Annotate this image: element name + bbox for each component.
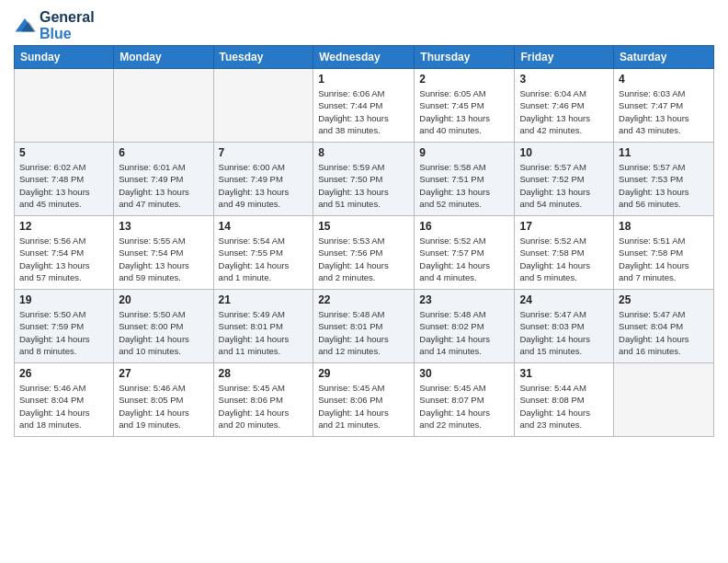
day-info: Sunrise: 5:45 AM Sunset: 8:06 PM Dayligh…: [219, 382, 309, 431]
calendar-cell: 25Sunrise: 5:47 AM Sunset: 8:04 PM Dayli…: [614, 290, 714, 363]
day-info: Sunrise: 5:46 AM Sunset: 8:05 PM Dayligh…: [119, 382, 208, 431]
logo-text-line2: Blue: [40, 26, 95, 42]
day-number: 27: [119, 367, 208, 380]
calendar-cell: 8Sunrise: 5:59 AM Sunset: 7:50 PM Daylig…: [313, 143, 415, 216]
day-info: Sunrise: 6:01 AM Sunset: 7:49 PM Dayligh…: [119, 161, 208, 210]
day-header-saturday: Saturday: [614, 46, 714, 69]
day-info: Sunrise: 5:59 AM Sunset: 7:50 PM Dayligh…: [318, 161, 409, 210]
day-info: Sunrise: 5:50 AM Sunset: 8:00 PM Dayligh…: [119, 308, 208, 357]
calendar-cell: 20Sunrise: 5:50 AM Sunset: 8:00 PM Dayli…: [114, 290, 213, 363]
calendar-cell: 19Sunrise: 5:50 AM Sunset: 7:59 PM Dayli…: [15, 290, 114, 363]
calendar-cell: 24Sunrise: 5:47 AM Sunset: 8:03 PM Dayli…: [515, 290, 614, 363]
calendar-week-row: 19Sunrise: 5:50 AM Sunset: 7:59 PM Dayli…: [15, 290, 714, 363]
calendar-cell: 13Sunrise: 5:55 AM Sunset: 7:54 PM Dayli…: [114, 216, 213, 290]
day-number: 30: [419, 367, 509, 380]
calendar-cell: 15Sunrise: 5:53 AM Sunset: 7:56 PM Dayli…: [313, 216, 415, 290]
day-header-thursday: Thursday: [415, 46, 515, 69]
day-header-monday: Monday: [114, 46, 213, 69]
day-number: 15: [318, 220, 409, 233]
day-number: 28: [219, 367, 309, 380]
day-info: Sunrise: 5:58 AM Sunset: 7:51 PM Dayligh…: [419, 161, 509, 210]
calendar-cell: 9Sunrise: 5:58 AM Sunset: 7:51 PM Daylig…: [415, 143, 515, 216]
calendar-cell: 12Sunrise: 5:56 AM Sunset: 7:54 PM Dayli…: [15, 216, 114, 290]
calendar-cell: 28Sunrise: 5:45 AM Sunset: 8:06 PM Dayli…: [213, 363, 313, 437]
calendar-cell: 21Sunrise: 5:49 AM Sunset: 8:01 PM Dayli…: [213, 290, 313, 363]
day-number: 10: [519, 146, 609, 159]
day-number: 14: [219, 220, 309, 233]
day-info: Sunrise: 5:52 AM Sunset: 7:57 PM Dayligh…: [419, 235, 509, 283]
day-info: Sunrise: 5:45 AM Sunset: 8:07 PM Dayligh…: [419, 382, 509, 431]
day-header-friday: Friday: [515, 46, 614, 69]
day-info: Sunrise: 5:45 AM Sunset: 8:06 PM Dayligh…: [318, 382, 409, 431]
day-number: 21: [219, 293, 309, 306]
calendar-cell: 18Sunrise: 5:51 AM Sunset: 7:58 PM Dayli…: [614, 216, 714, 290]
calendar-header-row: SundayMondayTuesdayWednesdayThursdayFrid…: [15, 46, 714, 69]
day-number: 8: [318, 146, 409, 159]
day-info: Sunrise: 5:57 AM Sunset: 7:53 PM Dayligh…: [619, 161, 709, 210]
day-number: 22: [318, 293, 409, 306]
day-number: 26: [19, 367, 108, 380]
day-number: 2: [419, 73, 509, 86]
logo: General Blue: [14, 9, 95, 41]
day-info: Sunrise: 5:49 AM Sunset: 8:01 PM Dayligh…: [219, 308, 309, 357]
calendar-cell: [15, 69, 114, 143]
day-number: 24: [519, 293, 609, 306]
day-info: Sunrise: 6:02 AM Sunset: 7:48 PM Dayligh…: [19, 161, 108, 210]
day-info: Sunrise: 5:52 AM Sunset: 7:58 PM Dayligh…: [519, 235, 609, 283]
calendar-cell: 1Sunrise: 6:06 AM Sunset: 7:44 PM Daylig…: [313, 69, 415, 143]
day-info: Sunrise: 6:05 AM Sunset: 7:45 PM Dayligh…: [419, 87, 509, 136]
day-info: Sunrise: 5:47 AM Sunset: 8:03 PM Dayligh…: [519, 308, 609, 357]
calendar-cell: 22Sunrise: 5:48 AM Sunset: 8:01 PM Dayli…: [313, 290, 415, 363]
calendar-cell: 29Sunrise: 5:45 AM Sunset: 8:06 PM Dayli…: [313, 363, 415, 437]
calendar-week-row: 5Sunrise: 6:02 AM Sunset: 7:48 PM Daylig…: [15, 143, 714, 216]
calendar-cell: 10Sunrise: 5:57 AM Sunset: 7:52 PM Dayli…: [515, 143, 614, 216]
day-number: 19: [19, 293, 108, 306]
day-info: Sunrise: 5:50 AM Sunset: 7:59 PM Dayligh…: [19, 308, 108, 357]
calendar-week-row: 12Sunrise: 5:56 AM Sunset: 7:54 PM Dayli…: [15, 216, 714, 290]
calendar-cell: 11Sunrise: 5:57 AM Sunset: 7:53 PM Dayli…: [614, 143, 714, 216]
day-number: 16: [419, 220, 509, 233]
day-info: Sunrise: 5:53 AM Sunset: 7:56 PM Dayligh…: [318, 235, 409, 283]
calendar-table: SundayMondayTuesdayWednesdayThursdayFrid…: [14, 45, 714, 437]
calendar-cell: 5Sunrise: 6:02 AM Sunset: 7:48 PM Daylig…: [15, 143, 114, 216]
calendar-week-row: 1Sunrise: 6:06 AM Sunset: 7:44 PM Daylig…: [15, 69, 714, 143]
logo-text-line1: General: [40, 9, 95, 26]
calendar-cell: 23Sunrise: 5:48 AM Sunset: 8:02 PM Dayli…: [415, 290, 515, 363]
logo-icon: [14, 17, 36, 35]
day-header-sunday: Sunday: [15, 46, 114, 69]
day-number: 11: [619, 146, 709, 159]
calendar-week-row: 26Sunrise: 5:46 AM Sunset: 8:04 PM Dayli…: [15, 363, 714, 437]
calendar-cell: [213, 69, 313, 143]
day-info: Sunrise: 6:06 AM Sunset: 7:44 PM Dayligh…: [318, 87, 409, 136]
calendar-cell: [114, 69, 213, 143]
calendar-cell: 26Sunrise: 5:46 AM Sunset: 8:04 PM Dayli…: [15, 363, 114, 437]
day-info: Sunrise: 5:56 AM Sunset: 7:54 PM Dayligh…: [19, 235, 108, 283]
calendar-cell: 17Sunrise: 5:52 AM Sunset: 7:58 PM Dayli…: [515, 216, 614, 290]
day-info: Sunrise: 6:04 AM Sunset: 7:46 PM Dayligh…: [519, 87, 609, 136]
day-number: 25: [619, 293, 709, 306]
day-number: 7: [219, 146, 309, 159]
day-info: Sunrise: 5:44 AM Sunset: 8:08 PM Dayligh…: [519, 382, 609, 431]
day-number: 6: [119, 146, 208, 159]
day-number: 3: [519, 73, 609, 86]
day-header-tuesday: Tuesday: [213, 46, 313, 69]
calendar-cell: 31Sunrise: 5:44 AM Sunset: 8:08 PM Dayli…: [515, 363, 614, 437]
day-info: Sunrise: 5:51 AM Sunset: 7:58 PM Dayligh…: [619, 235, 709, 283]
day-info: Sunrise: 6:03 AM Sunset: 7:47 PM Dayligh…: [619, 87, 709, 136]
calendar-cell: 30Sunrise: 5:45 AM Sunset: 8:07 PM Dayli…: [415, 363, 515, 437]
day-info: Sunrise: 6:00 AM Sunset: 7:49 PM Dayligh…: [219, 161, 309, 210]
day-info: Sunrise: 5:55 AM Sunset: 7:54 PM Dayligh…: [119, 235, 208, 283]
calendar-cell: 6Sunrise: 6:01 AM Sunset: 7:49 PM Daylig…: [114, 143, 213, 216]
day-number: 20: [119, 293, 208, 306]
day-number: 13: [119, 220, 208, 233]
day-info: Sunrise: 5:46 AM Sunset: 8:04 PM Dayligh…: [19, 382, 108, 431]
calendar-cell: 2Sunrise: 6:05 AM Sunset: 7:45 PM Daylig…: [415, 69, 515, 143]
calendar-cell: 14Sunrise: 5:54 AM Sunset: 7:55 PM Dayli…: [213, 216, 313, 290]
calendar-cell: 7Sunrise: 6:00 AM Sunset: 7:49 PM Daylig…: [213, 143, 313, 216]
day-number: 1: [318, 73, 409, 86]
day-number: 5: [19, 146, 108, 159]
day-info: Sunrise: 5:54 AM Sunset: 7:55 PM Dayligh…: [219, 235, 309, 283]
calendar-cell: 16Sunrise: 5:52 AM Sunset: 7:57 PM Dayli…: [415, 216, 515, 290]
day-number: 4: [619, 73, 709, 86]
day-number: 9: [419, 146, 509, 159]
